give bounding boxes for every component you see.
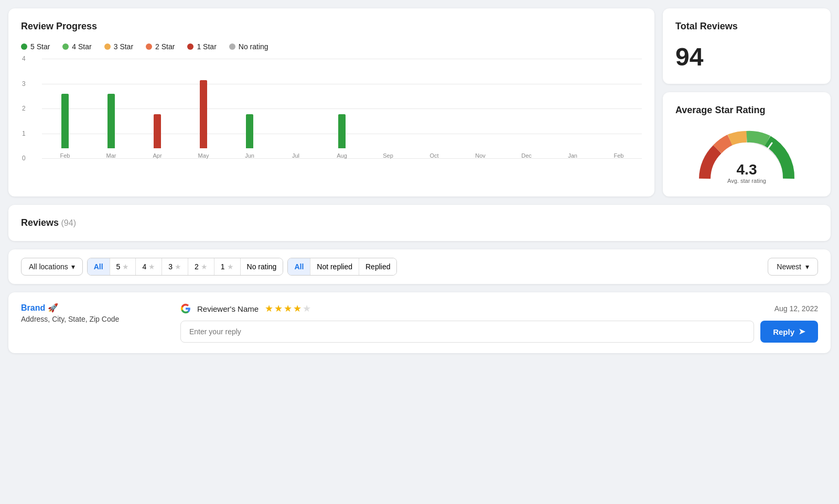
bar-group-bars <box>154 114 161 148</box>
rating-filter-btn-3[interactable]: 3 ★ <box>162 258 188 275</box>
total-reviews-count: 94 <box>675 42 818 71</box>
review-left: Brand 🚀 Address, City, State, Zip Code <box>21 303 168 343</box>
legend-item: 4 Star <box>62 42 91 51</box>
filter-bar: All locations ▾ All5 ★4 ★3 ★2 ★1 ★No rat… <box>8 249 831 284</box>
bar-x-label: Jun <box>245 152 254 159</box>
review-right: Reviewer's Name ★★★★★ Aug 12, 2022 Reply… <box>180 303 818 343</box>
bar-x-label: May <box>198 152 209 159</box>
bar-group: May <box>180 80 227 159</box>
bar-x-label: Jan <box>568 152 577 159</box>
brand-name: Brand 🚀 <box>21 303 168 313</box>
bar-group-bars <box>338 114 346 148</box>
star-3: ★ <box>284 303 292 314</box>
review-meta: Reviewer's Name ★★★★★ Aug 12, 2022 <box>180 303 818 314</box>
reviewer-name: Reviewer's Name <box>197 304 259 313</box>
bar-x-label: Aug <box>337 152 347 159</box>
bar-group: Jul <box>273 148 319 159</box>
bar-chart: 01234 FebMarAprMayJunJulAugSepOctNovDecJ… <box>21 59 642 174</box>
star-5: ★ <box>303 303 311 314</box>
rating-filter-btn-no-rating[interactable]: No rating <box>241 258 283 275</box>
legend-dot <box>146 43 152 50</box>
legend-label: 4 Star <box>72 42 91 51</box>
bar-group-bars <box>246 114 253 148</box>
chevron-down-icon: ▾ <box>71 262 75 271</box>
reply-area: Reply ➤ <box>180 321 818 343</box>
location-label: All locations <box>29 262 68 271</box>
reply-label: Reply <box>773 327 794 336</box>
legend-dot <box>21 43 27 50</box>
rating-filter-btn-4[interactable]: 4 ★ <box>136 258 162 275</box>
bar-green <box>338 114 346 148</box>
bar-group: Jun <box>227 114 273 159</box>
legend-label: No rating <box>239 42 268 51</box>
legend-item: 5 Star <box>21 42 50 51</box>
legend-label: 1 Star <box>197 42 216 51</box>
review-card: Brand 🚀 Address, City, State, Zip Code R… <box>8 292 831 353</box>
bar-x-label: Mar <box>106 152 116 159</box>
rating-filter-btn-5[interactable]: 5 ★ <box>110 258 136 275</box>
brand-address: Address, City, State, Zip Code <box>21 315 168 323</box>
bar-x-label: Feb <box>60 152 70 159</box>
star-4: ★ <box>293 303 302 314</box>
bar-group: Sep <box>365 148 411 159</box>
reply-button[interactable]: Reply ➤ <box>760 321 818 343</box>
sort-dropdown[interactable]: Newest ▾ <box>768 258 818 276</box>
google-icon <box>180 303 191 314</box>
reply-filter-btn-not-replied[interactable]: Not replied <box>310 258 359 275</box>
reviews-section: Reviews (94) <box>8 205 831 241</box>
legend-item: 1 Star <box>187 42 216 51</box>
bar-red <box>200 80 207 148</box>
reviews-count: (94) <box>61 218 76 227</box>
reply-input[interactable] <box>180 321 754 343</box>
sort-label: Newest <box>777 262 801 271</box>
y-label: 4 <box>22 55 26 62</box>
reply-filter-btn-replied[interactable]: Replied <box>359 258 396 275</box>
rating-filter-btn-2[interactable]: 2 ★ <box>188 258 214 275</box>
avg-rating-card: Average Star Rating <box>663 92 831 196</box>
bar-x-label: Dec <box>521 152 532 159</box>
chart-legend: 5 Star4 Star3 Star2 Star1 StarNo rating <box>21 42 642 51</box>
star-2: ★ <box>274 303 283 314</box>
legend-dot <box>229 43 235 50</box>
legend-label: 2 Star <box>155 42 175 51</box>
legend-label: 5 Star <box>30 42 50 51</box>
reply-filter-btn-all[interactable]: All <box>288 258 310 275</box>
bar-x-label: Jul <box>292 152 299 159</box>
legend-item: No rating <box>229 42 268 51</box>
total-reviews-card: Total Reviews 94 <box>663 8 831 84</box>
bar-group-bars <box>61 94 69 148</box>
review-progress-title: Review Progress <box>21 21 642 32</box>
legend-label: 3 Star <box>114 42 133 51</box>
reviews-title: Reviews <box>21 217 59 228</box>
reply-filter-group: AllNot repliedReplied <box>287 258 397 276</box>
svg-text:Avg. star rating: Avg. star rating <box>727 178 766 184</box>
avg-rating-title: Average Star Rating <box>675 105 818 116</box>
rating-filter-group: All5 ★4 ★3 ★2 ★1 ★No rating <box>87 258 284 276</box>
bar-x-label: Sep <box>383 152 393 159</box>
y-label: 2 <box>22 105 26 112</box>
rating-filter-btn-1[interactable]: 1 ★ <box>214 258 241 275</box>
legend-dot <box>62 43 69 50</box>
svg-text:4.3: 4.3 <box>737 161 757 178</box>
legend-dot <box>104 43 111 50</box>
bar-group: Nov <box>457 148 503 159</box>
bar-x-label: Nov <box>475 152 486 159</box>
review-date: Aug 12, 2022 <box>775 304 818 313</box>
bar-group: Apr <box>134 114 180 159</box>
y-label: 3 <box>22 80 26 87</box>
rating-filter-btn-all[interactable]: All <box>88 258 110 275</box>
bar-x-label: Oct <box>429 152 438 159</box>
legend-item: 2 Star <box>146 42 175 51</box>
chevron-down-icon: ▾ <box>805 262 809 271</box>
bar-group: Oct <box>411 148 457 159</box>
gauge-container: 4.3 Avg. star rating <box>675 126 818 184</box>
send-icon: ➤ <box>799 327 805 336</box>
bar-group: Aug <box>319 114 365 159</box>
y-label: 1 <box>22 130 26 137</box>
location-dropdown[interactable]: All locations ▾ <box>21 258 83 276</box>
bar-group-bars <box>200 80 207 148</box>
bar-green <box>246 114 253 148</box>
bar-green <box>107 94 115 148</box>
y-label: 0 <box>22 155 26 162</box>
bar-group-bars <box>107 94 115 148</box>
